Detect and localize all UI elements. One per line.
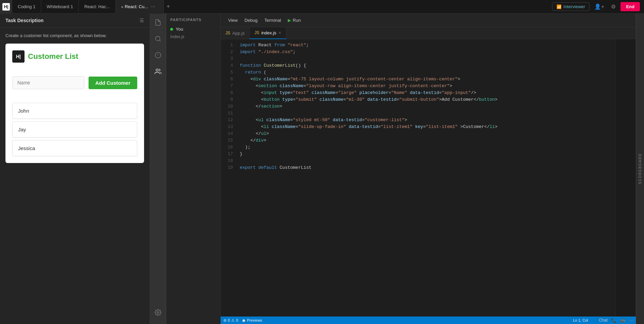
video-icon[interactable]: 📹 (620, 318, 625, 323)
tab-react-cu-label: React: Cu... (125, 4, 148, 9)
phone-icon[interactable]: 📞 (611, 318, 616, 323)
logo-icon: H| (2, 3, 10, 11)
previews-button[interactable]: ◉ Previews (242, 318, 262, 323)
participant-you: You (170, 25, 216, 33)
preview-app-title: Customer List (28, 52, 78, 61)
main-layout: Task Description ☰ Create a customer lis… (0, 14, 644, 324)
preview-form-area: Add Customer (12, 69, 137, 96)
participants-label: PARTICIPANTS (170, 18, 216, 22)
tab-react-cu-dot: ● (121, 5, 124, 9)
status-position: Ln 1, Col (573, 318, 588, 322)
tab-react-cu[interactable]: ● React: Cu... ⋯ (116, 0, 164, 14)
interviewer-button[interactable]: 📶 Interviewer (552, 2, 590, 11)
tab-whiteboard-label: Whiteboard 1 (47, 4, 73, 9)
status-errors[interactable]: ⊘ 0 ⚠ 0 (223, 318, 238, 323)
warning-count: 0 (236, 318, 238, 322)
list-item-jay: Jay (12, 122, 137, 137)
error-count: 0 (228, 318, 230, 322)
status-bar: ⊘ 0 ⚠ 0 ◉ Previews Ln 1, Col Chat 📞 📹 — (221, 317, 636, 324)
preview-header: H| Customer List (12, 50, 137, 63)
tab-more-icon[interactable]: ⋯ (148, 4, 158, 9)
tab-indexjs[interactable]: JS index.js ✕ (250, 27, 286, 39)
list-item-jessica: Jessica (12, 140, 137, 156)
participant-you-name: You (176, 27, 183, 32)
appjs-icon: JS (225, 31, 230, 35)
preview-add-customer-button[interactable]: Add Customer (89, 77, 137, 89)
interviewer-label: Interviewer (564, 4, 585, 9)
bars-icon: 📶 (556, 4, 562, 9)
chat-area: Chat 📞 📹 — (599, 318, 633, 323)
activity-bottom (152, 306, 164, 321)
preview-customer-list: John Jay Jessica (12, 103, 137, 156)
menu-view[interactable]: View (225, 18, 241, 23)
code-area: 12345 678910 1112131415 16171819 import … (221, 39, 636, 317)
preview-form: Add Customer (12, 76, 137, 89)
task-title: Task Description (5, 18, 44, 23)
chat-label[interactable]: Chat (599, 318, 608, 323)
activity-bar (150, 14, 166, 324)
menu-run[interactable]: ▶ Run (284, 18, 304, 23)
minimize-icon[interactable]: — (629, 318, 633, 323)
scoreboard-strip: SCOREBOARD (636, 14, 644, 324)
tab-react-hac-label: React: Hac... (84, 4, 110, 9)
settings-button[interactable]: ⚙ (609, 2, 618, 11)
code-content[interactable]: import React from "react"; import "./ind… (237, 39, 615, 317)
tab-react-hac[interactable]: React: Hac... (79, 0, 115, 14)
add-user-button[interactable]: 👤+ (592, 2, 606, 11)
indexjs-icon: JS (254, 30, 259, 35)
editor-tabs: JS App.js JS index.js ✕ (221, 27, 636, 39)
svg-point-6 (157, 312, 159, 313)
participants-panel: PARTICIPANTS You Index.js (166, 14, 221, 324)
search-icon[interactable] (152, 33, 164, 45)
task-description: Create a customer list component, as sho… (5, 33, 144, 38)
collapse-button[interactable]: ☰ (140, 18, 144, 23)
previews-label: Previews (247, 318, 262, 322)
line-numbers: 12345 678910 1112131415 16171819 (221, 39, 237, 317)
participants-icon[interactable] (152, 65, 164, 78)
menu-terminal[interactable]: Terminal (261, 18, 284, 23)
tab-coding[interactable]: Coding 1 (12, 0, 41, 14)
list-item-john: John (12, 103, 137, 119)
appjs-label: App.js (232, 31, 245, 36)
minimap (615, 39, 636, 317)
close-tab-icon[interactable]: ✕ (278, 31, 281, 35)
app-logo: H| (0, 0, 12, 14)
svg-point-5 (156, 69, 158, 71)
end-button[interactable]: End (621, 2, 640, 11)
participant-file-index[interactable]: Index.js (170, 33, 216, 40)
files-icon[interactable] (152, 16, 164, 29)
add-tab-button[interactable]: + (164, 3, 173, 10)
previews-icon: ◉ (242, 318, 246, 323)
task-panel: Task Description ☰ Create a customer lis… (0, 14, 150, 324)
task-body: Create a customer list component, as sho… (0, 28, 150, 324)
participant-you-dot (170, 28, 173, 31)
task-header: Task Description ☰ (0, 14, 150, 28)
tabs-area: Coding 1 Whiteboard 1 React: Hac... ● Re… (12, 0, 552, 14)
editor-area: View Debug Terminal ▶ Run JS App.js JS i… (221, 14, 636, 324)
debug-icon[interactable] (152, 49, 164, 61)
warning-icon: ⚠ (231, 318, 235, 323)
preview-logo: H| (12, 50, 25, 63)
svg-point-0 (155, 36, 160, 41)
tab-coding-label: Coding 1 (18, 4, 35, 9)
position-label: Ln 1, Col (573, 318, 588, 322)
editor-toolbar: View Debug Terminal ▶ Run (221, 14, 636, 27)
run-triangle-icon: ▶ (288, 18, 291, 23)
preview-container: H| Customer List Add Customer John Jay J… (5, 44, 144, 163)
error-icon: ⊘ (223, 318, 226, 323)
preview-name-input[interactable] (12, 76, 84, 89)
tab-whiteboard[interactable]: Whiteboard 1 (41, 0, 79, 14)
tab-appjs[interactable]: JS App.js (221, 27, 250, 39)
svg-line-1 (159, 40, 160, 42)
scoreboard-label: SCOREBOARD (638, 153, 642, 184)
menu-debug[interactable]: Debug (241, 18, 261, 23)
topbar: H| Coding 1 Whiteboard 1 React: Hac... ●… (0, 0, 644, 14)
topbar-right: 📶 Interviewer 👤+ ⚙ End (552, 2, 644, 11)
settings-gear-icon[interactable] (152, 306, 164, 319)
indexjs-label: index.js (261, 30, 276, 35)
run-label: Run (293, 18, 301, 23)
